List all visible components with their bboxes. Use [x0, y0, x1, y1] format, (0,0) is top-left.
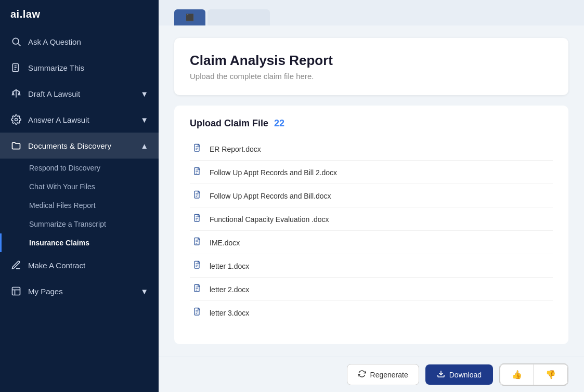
svg-rect-8 — [12, 288, 20, 295]
brand-logo: ai.law — [0, 0, 159, 29]
chevron-down-icon-3: ▼ — [140, 287, 148, 296]
tab-bar: ⬛ — [174, 9, 568, 25]
file-name: letter 3.docx — [210, 309, 249, 317]
sidebar-subitem-respond-to-discovery[interactable]: Respond to Discovery — [0, 159, 159, 177]
file-doc-icon — [193, 214, 202, 225]
chevron-up-icon: ▲ — [140, 141, 148, 150]
sidebar-item-draft-a-lawsuit[interactable]: Draft A Lawsuit ▼ — [0, 81, 159, 107]
list-item: letter 3.docx — [190, 302, 553, 324]
svg-rect-23 — [194, 215, 199, 222]
sidebar-item-my-pages[interactable]: My Pages ▼ — [0, 278, 159, 304]
file-name: Follow Up Appt Records and Bill 2.docx — [210, 168, 337, 177]
feedback-buttons: 👍 👎 — [499, 363, 568, 386]
page-title: Claim Analysis Report — [190, 53, 553, 69]
main-content-area: ⬛ Claim Analysis Report Upload the compl… — [159, 0, 584, 392]
thumbs-down-icon: 👎 — [541, 370, 560, 379]
sidebar: ai.law Ask A Question Summarize This Dra… — [0, 0, 159, 392]
sidebar-subitem-insurance-claims[interactable]: Insurance Claims — [0, 233, 159, 252]
title-card: Claim Analysis Report Upload the complet… — [174, 38, 568, 95]
regenerate-button[interactable]: Regenerate — [347, 364, 419, 385]
upload-count: 22 — [274, 118, 284, 128]
documents-discovery-submenu: Respond to Discovery Chat With Your File… — [0, 159, 159, 252]
svg-rect-31 — [194, 262, 199, 269]
regenerate-icon — [358, 370, 366, 380]
tab-1-label: ⬛ — [186, 14, 194, 21]
svg-rect-19 — [194, 191, 199, 199]
thumbs-down-button[interactable]: 👎 — [534, 364, 568, 385]
page-subtitle: Upload the complete claim file here. — [190, 72, 553, 81]
sidebar-item-summarize-this[interactable]: Summarize This — [0, 55, 159, 81]
list-item: letter 2.docx — [190, 279, 553, 301]
sidebar-subitem-medical-files-report[interactable]: Medical Files Report — [0, 196, 159, 215]
bottom-action-bar: Regenerate Download 👍 👎 — [159, 357, 584, 392]
sidebar-item-documents-discovery[interactable]: Documents & Discovery ▲ — [0, 133, 159, 159]
svg-line-1 — [18, 44, 21, 46]
sidebar-item-label-summarize-this: Summarize This — [28, 63, 148, 72]
svg-rect-11 — [194, 145, 199, 152]
page-content: Claim Analysis Report Upload the complet… — [159, 25, 584, 357]
file-name: letter 2.docx — [210, 285, 249, 294]
document-icon — [10, 62, 22, 73]
upload-section-title: Upload Claim File 22 — [190, 118, 553, 129]
sidebar-item-label-answer-a-lawsuit: Answer A Lawsuit — [28, 115, 134, 124]
search-icon — [10, 36, 22, 47]
file-doc-icon — [193, 190, 202, 202]
gear-icon — [10, 114, 22, 125]
file-name: ER Report.docx — [210, 145, 261, 153]
sidebar-subitem-chat-with-files[interactable]: Chat With Your Files — [0, 177, 159, 196]
sidebar-item-label-make-a-contract: Make A Contract — [28, 261, 148, 270]
svg-rect-27 — [194, 238, 199, 245]
chevron-down-icon-2: ▼ — [140, 115, 148, 124]
list-item: Functional Capacity Evaluation .docx — [190, 208, 553, 231]
file-name: Functional Capacity Evaluation .docx — [210, 215, 329, 224]
svg-rect-35 — [194, 285, 199, 292]
sidebar-subitem-summarize-transcript[interactable]: Summarize a Transcript — [0, 215, 159, 233]
svg-point-0 — [12, 38, 19, 44]
sidebar-item-label-ask-a-question: Ask A Question — [28, 37, 148, 46]
svg-rect-39 — [194, 308, 199, 316]
regenerate-label: Regenerate — [370, 371, 408, 379]
tab-1[interactable]: ⬛ — [174, 9, 205, 25]
file-doc-icon — [193, 284, 202, 295]
main-header: ⬛ — [159, 0, 584, 25]
sidebar-item-make-a-contract[interactable]: Make A Contract — [0, 252, 159, 278]
file-name: letter 1.docx — [210, 262, 249, 270]
list-item: IME.docx — [190, 232, 553, 254]
thumbs-up-button[interactable]: 👍 — [500, 364, 534, 385]
download-button[interactable]: Download — [425, 364, 493, 385]
folder-icon — [10, 140, 22, 151]
file-doc-icon — [193, 143, 202, 155]
thumbs-up-icon: 👍 — [508, 370, 526, 379]
file-doc-icon — [193, 237, 202, 249]
file-doc-icon — [193, 167, 202, 178]
file-doc-icon — [193, 307, 202, 319]
sidebar-item-label-draft-a-lawsuit: Draft A Lawsuit — [28, 89, 134, 98]
pen-icon — [10, 259, 22, 271]
chevron-down-icon: ▼ — [140, 89, 148, 98]
list-item: ER Report.docx — [190, 138, 553, 161]
sidebar-item-label-documents-discovery: Documents & Discovery — [28, 141, 134, 150]
pages-icon — [10, 285, 22, 297]
svg-point-7 — [15, 119, 18, 121]
download-icon — [437, 370, 445, 380]
scales-icon — [10, 88, 22, 99]
list-item: letter 1.docx — [190, 255, 553, 278]
sidebar-item-ask-a-question[interactable]: Ask A Question — [0, 29, 159, 55]
list-item: Follow Up Appt Records and Bill.docx — [190, 185, 553, 207]
list-item: Follow Up Appt Records and Bill 2.docx — [190, 162, 553, 184]
sidebar-item-label-my-pages: My Pages — [28, 287, 134, 296]
file-doc-icon — [193, 260, 202, 272]
download-label: Download — [449, 371, 482, 379]
file-name: Follow Up Appt Records and Bill.docx — [210, 192, 331, 200]
file-list: ER Report.docx Follow Up Appt Records an… — [190, 138, 553, 324]
svg-rect-15 — [194, 168, 199, 175]
sidebar-item-answer-a-lawsuit[interactable]: Answer A Lawsuit ▼ — [0, 107, 159, 133]
file-name: IME.docx — [210, 239, 240, 247]
tab-2[interactable] — [207, 9, 270, 25]
upload-card: Upload Claim File 22 ER Report.docx — [174, 106, 568, 344]
